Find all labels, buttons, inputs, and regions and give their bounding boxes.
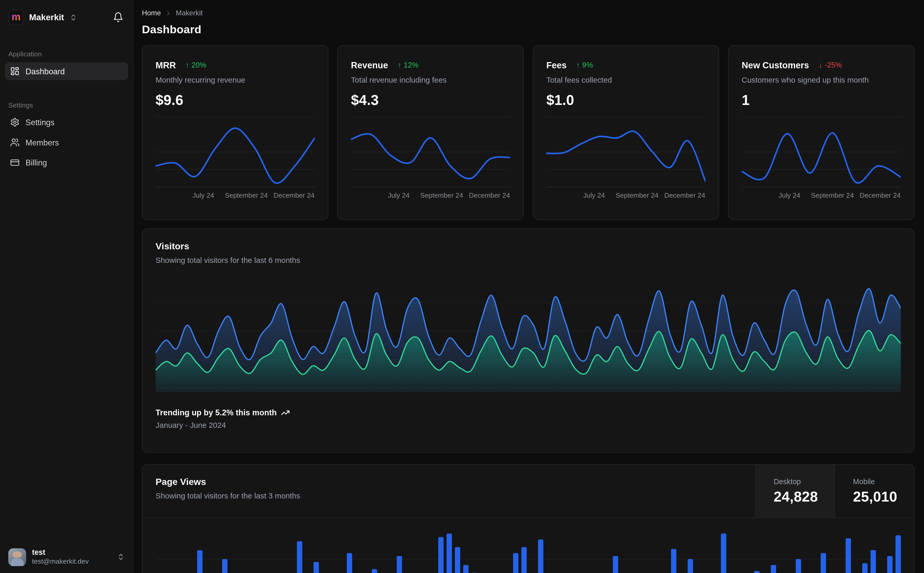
stat-card-description: Monthly recurring revenue <box>156 75 315 84</box>
trend-percent: -25% <box>825 61 842 69</box>
toggle-label: Desktop <box>773 478 818 486</box>
sidebar-nav: ApplicationDashboardSettingsSettingsMemb… <box>0 50 133 171</box>
stat-card-mrr: MRR ↑20% Monthly recurring revenue $9.6 … <box>142 45 328 220</box>
user-menu[interactable]: test test@makerkit.dev <box>0 541 133 573</box>
workspace-switcher[interactable]: m Makerkit <box>8 9 77 25</box>
sidebar-item-label: Members <box>25 138 59 147</box>
sidebar-item-settings[interactable]: Settings <box>5 113 128 131</box>
x-tick-label: July 24 <box>193 192 214 199</box>
bar <box>887 556 893 573</box>
x-tick-label: July 24 <box>583 192 605 199</box>
sparkline-x-labels: July 24September 24December 24 <box>351 192 510 202</box>
bar-series <box>156 526 901 573</box>
breadcrumb-current: Makerkit <box>176 9 203 17</box>
bar <box>538 540 543 573</box>
bar <box>862 563 868 573</box>
bar <box>438 537 444 573</box>
pageviews-toggle-mobile[interactable]: Mobile25,010 <box>835 465 914 517</box>
bar <box>871 550 876 573</box>
stat-trend-badge: ↑20% <box>185 61 206 69</box>
stat-card-description: Total fees collected <box>546 75 705 84</box>
bar <box>688 559 693 573</box>
nav-section-label: Application <box>5 50 128 57</box>
bar <box>297 541 302 573</box>
user-avatar <box>8 548 26 566</box>
toggle-label: Mobile <box>853 478 897 486</box>
bar <box>795 559 801 573</box>
page-views-header: Page Views Showing total visitors for th… <box>143 465 914 518</box>
stat-card-value: 1 <box>742 92 901 108</box>
workspace-name: Makerkit <box>29 13 64 22</box>
bar <box>314 562 319 573</box>
stat-card-value: $4.3 <box>351 92 510 108</box>
page-views-title: Page Views <box>156 477 742 487</box>
stat-card-description: Customers who signed up this month <box>742 75 901 84</box>
nav-section-label: Settings <box>5 102 128 108</box>
sidebar: m Makerkit ApplicationDashboardSettingsS… <box>0 0 133 573</box>
bar <box>463 565 469 573</box>
bar <box>455 547 460 573</box>
x-tick-label: September 24 <box>420 192 463 199</box>
makerkit-logo: m <box>8 9 24 25</box>
logo-letter: m <box>11 12 20 22</box>
x-tick-label: September 24 <box>811 192 854 199</box>
stat-sparkline-chart <box>351 116 510 188</box>
visitors-title: Visitors <box>156 241 901 252</box>
x-tick-label: September 24 <box>615 192 658 199</box>
chevrons-up-down-icon <box>117 553 125 561</box>
breadcrumb-home[interactable]: Home <box>142 9 161 17</box>
bar <box>721 534 726 573</box>
user-name: test <box>32 548 89 557</box>
sidebar-item-label: Billing <box>25 158 47 167</box>
pageviews-toggle-desktop[interactable]: Desktop24,828 <box>755 465 835 517</box>
chevrons-up-down-icon <box>69 13 77 21</box>
bar <box>447 534 452 573</box>
visitors-description: Showing total visitors for the last 6 mo… <box>156 256 901 265</box>
x-tick-label: December 24 <box>273 192 314 199</box>
sidebar-item-billing[interactable]: Billing <box>5 154 128 172</box>
stat-card-value: $9.6 <box>156 92 315 108</box>
bar <box>613 556 618 573</box>
stat-trend-badge: ↑12% <box>398 61 419 69</box>
members-icon <box>10 138 20 147</box>
sidebar-item-label: Dashboard <box>25 67 65 75</box>
settings-icon <box>10 117 20 127</box>
stat-cards-row: MRR ↑20% Monthly recurring revenue $9.6 … <box>142 45 915 220</box>
x-tick-label: December 24 <box>860 192 900 199</box>
bar <box>671 549 676 573</box>
bar <box>896 535 901 573</box>
sidebar-item-dashboard[interactable]: Dashboard <box>5 62 128 80</box>
x-tick-label: December 24 <box>664 192 705 199</box>
stat-card-fees: Fees ↑9% Total fees collected $1.0 July … <box>533 45 719 220</box>
notifications-button[interactable] <box>112 11 125 23</box>
user-email: test@makerkit.dev <box>32 557 89 566</box>
stat-card-description: Total revenue including fees <box>351 75 510 84</box>
bar <box>197 550 203 573</box>
breadcrumb: Home Makerkit <box>142 8 915 18</box>
nav-section-settings: SettingsSettingsMembersBilling <box>5 102 128 172</box>
trend-percent: 12% <box>404 61 419 69</box>
stat-card-title: New Customers <box>742 60 809 70</box>
visitors-footer: Trending up by 5.2% this month January -… <box>156 408 901 430</box>
toggle-value: 24,828 <box>773 488 818 505</box>
visitors-card: Visitors Showing total visitors for the … <box>142 229 915 453</box>
sidebar-item-members[interactable]: Members <box>5 133 128 152</box>
bar <box>513 553 519 573</box>
app-root: m Makerkit ApplicationDashboardSettingsS… <box>0 0 924 573</box>
bell-icon <box>113 12 124 23</box>
trend-arrow-icon: ↑ <box>185 61 189 69</box>
stat-trend-badge: ↑9% <box>576 61 593 69</box>
sidebar-header: m Makerkit <box>0 0 133 27</box>
bar <box>521 547 527 573</box>
page-views-bar-chart <box>156 526 901 573</box>
dashboard-icon <box>10 66 20 76</box>
trend-percent: 9% <box>582 61 593 69</box>
bar <box>754 571 760 573</box>
bar <box>846 538 851 573</box>
stat-trend-badge: ↓-25% <box>819 61 842 69</box>
visitors-date-range: January - June 2024 <box>156 421 901 430</box>
bar <box>222 559 227 573</box>
stat-card-revenue: Revenue ↑12% Total revenue including fee… <box>337 45 524 220</box>
stat-card-title: Fees <box>546 60 566 70</box>
toggle-value: 25,010 <box>853 488 897 505</box>
